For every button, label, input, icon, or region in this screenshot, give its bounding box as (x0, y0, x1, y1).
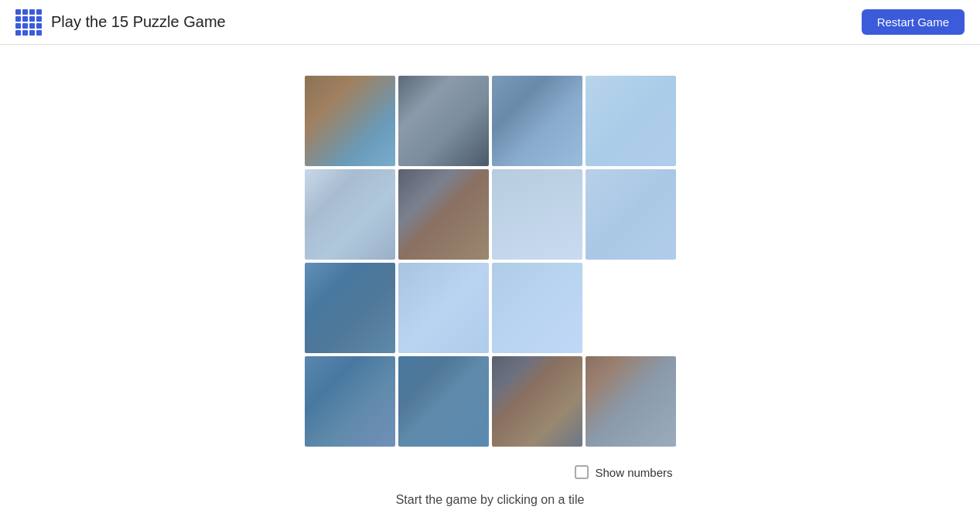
show-numbers-label[interactable]: Show numbers (595, 466, 672, 479)
grid-icon-cell (15, 16, 21, 22)
grid-icon-cell (29, 16, 35, 22)
puzzle-tile (586, 263, 676, 353)
grid-icon-cell (36, 9, 42, 15)
grid-icon-cell (22, 23, 28, 29)
puzzle-tile[interactable] (586, 169, 676, 260)
main-content: Show numbers Start the game by clicking … (0, 45, 980, 507)
grid-icon-cell (15, 30, 21, 36)
grid-icon-cell (36, 30, 42, 36)
puzzle-tile[interactable] (586, 356, 676, 447)
puzzle-grid (305, 76, 676, 447)
grid-icon-cell (29, 23, 35, 29)
puzzle-tile[interactable] (398, 356, 489, 447)
app-title: Play the 15 Puzzle Game (51, 13, 226, 31)
grid-icon-cell (36, 23, 42, 29)
controls-area: Show numbers (308, 465, 673, 479)
puzzle-tile[interactable] (305, 356, 395, 447)
puzzle-tile[interactable] (305, 263, 395, 353)
restart-button[interactable]: Restart Game (862, 9, 965, 35)
show-numbers-wrapper: Show numbers (575, 465, 672, 479)
grid-icon-cell (22, 9, 28, 15)
status-text: Start the game by clicking on a tile (396, 493, 585, 507)
show-numbers-checkbox[interactable] (575, 465, 589, 479)
puzzle-tile[interactable] (398, 76, 489, 166)
puzzle-tile[interactable] (586, 76, 676, 166)
grid-icon-cell (15, 23, 21, 29)
grid-icon-cell (36, 16, 42, 22)
puzzle-tile[interactable] (398, 169, 489, 260)
grid-icon-cell (22, 16, 28, 22)
puzzle-tile[interactable] (305, 169, 395, 260)
puzzle-tile[interactable] (492, 169, 582, 260)
grid-icon-cell (29, 30, 35, 36)
puzzle-tile[interactable] (305, 76, 395, 166)
grid-icon-cell (29, 9, 35, 15)
puzzle-tile[interactable] (492, 76, 582, 166)
header-left: Play the 15 Puzzle Game (15, 9, 226, 36)
puzzle-tile[interactable] (492, 356, 582, 447)
grid-icon-cell (22, 30, 28, 36)
puzzle-tile[interactable] (398, 263, 489, 353)
app-header: Play the 15 Puzzle Game Restart Game (0, 0, 980, 45)
app-icon (15, 9, 42, 36)
grid-icon-cell (15, 9, 21, 15)
puzzle-tile[interactable] (492, 263, 582, 353)
